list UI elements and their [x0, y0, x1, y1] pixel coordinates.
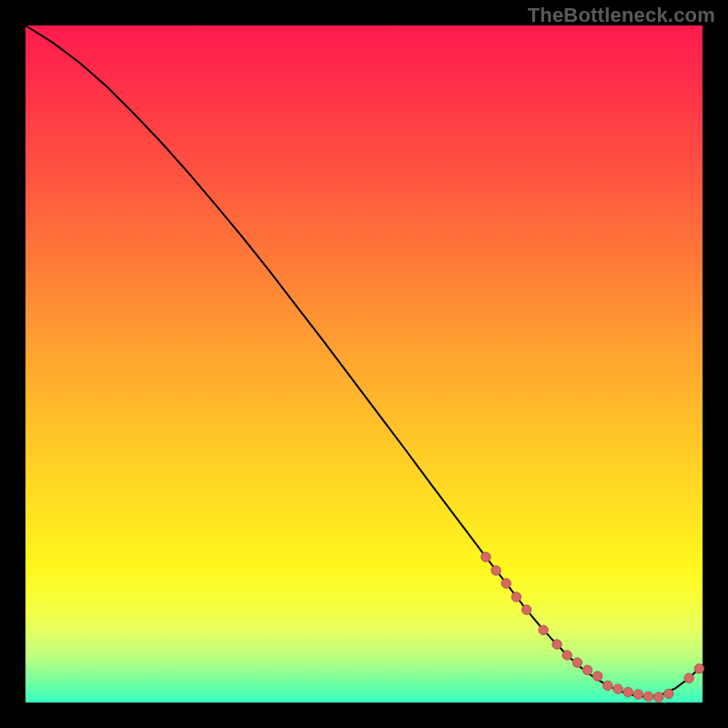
data-marker — [501, 579, 511, 588]
data-marker — [694, 664, 703, 673]
bottleneck-curve — [25, 25, 703, 697]
data-marker — [592, 672, 602, 681]
data-marker — [491, 566, 500, 575]
data-marker — [664, 689, 673, 698]
curve-layer — [25, 25, 703, 703]
data-marker — [633, 690, 642, 699]
marker-group — [481, 552, 704, 702]
data-marker — [613, 684, 622, 693]
data-marker — [684, 673, 693, 682]
data-marker — [572, 658, 581, 667]
data-marker — [603, 681, 612, 690]
chart-frame: TheBottleneck.com — [0, 0, 728, 728]
plot-area — [25, 25, 703, 703]
data-marker — [653, 693, 662, 702]
watermark-text: TheBottleneck.com — [528, 4, 715, 27]
data-marker — [643, 692, 652, 701]
data-marker — [539, 625, 548, 634]
data-marker — [552, 640, 561, 649]
data-marker — [511, 592, 521, 602]
data-marker — [562, 651, 571, 660]
data-marker — [521, 605, 531, 614]
data-marker — [623, 687, 632, 696]
data-marker — [481, 552, 490, 561]
data-marker — [582, 665, 592, 674]
